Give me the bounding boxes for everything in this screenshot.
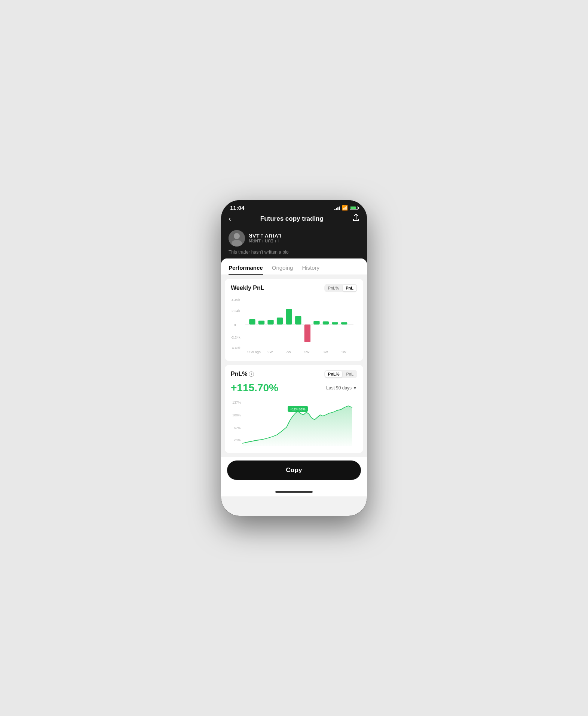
home-bar	[275, 491, 313, 493]
svg-text:11W ago: 11W ago	[247, 350, 261, 354]
pnl-percent-btn[interactable]: PnL%	[325, 371, 343, 377]
svg-text:-4.49k: -4.49k	[231, 346, 241, 350]
trader-profile: ꓤꓦꓔ꓄ꓥꓵꓲꓥꓶ ꓟꓤꓠꓔ꓄ꓴꓵꓱ꓄ꓲ	[221, 227, 367, 249]
svg-rect-14	[295, 316, 301, 325]
status-bar: 11:04 📶	[221, 200, 367, 212]
svg-rect-17	[323, 321, 329, 324]
pnl-percent-toggle-group[interactable]: PnL% PnL	[324, 370, 357, 378]
svg-text:4.49k: 4.49k	[232, 298, 240, 302]
tab-performance[interactable]: Performance	[229, 264, 263, 275]
bar-chart: 4.49k 2.24k 0 -2.24k -4.49k	[231, 296, 357, 356]
line-chart-svg: 137% 100% 62% 25%	[231, 399, 357, 448]
weekly-pnl-title: Weekly PnL	[231, 285, 264, 291]
header: ‹ Futures copy trading	[221, 212, 367, 227]
pnl-percent-title: PnL%	[231, 371, 247, 377]
trader-subname: ꓟꓤꓠꓔ꓄ꓴꓵꓱ꓄ꓲ	[249, 239, 281, 244]
svg-rect-10	[258, 321, 264, 324]
pnl-percent-toggle[interactable]: PnL%	[325, 285, 342, 291]
phone-screen: 11:04 📶 ‹ Futures copy trading	[221, 200, 367, 516]
weekly-pnl-header: Weekly PnL PnL% PnL	[231, 284, 357, 292]
pnl-title-group: PnL% i	[231, 371, 254, 377]
svg-rect-12	[277, 318, 283, 325]
svg-text:7W: 7W	[286, 350, 291, 354]
trader-info: ꓤꓦꓔ꓄ꓥꓵꓲꓥꓶ ꓟꓤꓠꓔ꓄ꓴꓵꓱ꓄ꓲ	[249, 233, 281, 244]
weekly-pnl-card: Weekly PnL PnL% PnL 4.49k 2.24k 0 -2.24k…	[225, 279, 363, 361]
svg-text:100%: 100%	[232, 413, 241, 417]
svg-text:62%: 62%	[234, 426, 241, 430]
content-area: Performance Ongoing History Weekly PnL P…	[221, 258, 367, 516]
pnl-value-row: +115.70% Last 90 days ▼	[231, 380, 357, 396]
avatar	[229, 230, 245, 247]
svg-text:9W: 9W	[267, 350, 273, 354]
svg-rect-19	[341, 322, 347, 324]
pnl-value: +115.70%	[231, 382, 278, 394]
svg-text:1W: 1W	[341, 350, 346, 354]
svg-text:25%: 25%	[234, 438, 241, 442]
wifi-icon: 📶	[342, 205, 348, 211]
line-chart: 137% 100% 62% 25%	[231, 399, 357, 448]
tab-bar: Performance Ongoing History	[221, 258, 367, 275]
chevron-down-icon: ▼	[353, 385, 357, 391]
svg-rect-9	[249, 319, 255, 324]
svg-point-1	[234, 233, 240, 239]
time-display: 11:04	[230, 205, 244, 211]
pnl-toggle-group[interactable]: PnL% PnL	[324, 284, 357, 292]
pnl-percent-card: PnL% i PnL% PnL +115.70% Last 90 days ▼	[225, 365, 363, 453]
svg-text:+124.50%: +124.50%	[290, 407, 306, 411]
svg-rect-13	[286, 309, 292, 324]
battery-fill	[350, 206, 356, 209]
svg-rect-15	[304, 324, 310, 342]
pnl-toggle[interactable]: PnL	[343, 285, 356, 291]
svg-text:5W: 5W	[304, 350, 310, 354]
trader-name: ꓤꓦꓔ꓄ꓥꓵꓲꓥꓶ	[249, 233, 281, 239]
period-selector[interactable]: Last 90 days ▼	[326, 385, 357, 391]
svg-text:0: 0	[234, 323, 236, 327]
phone-shell: 11:04 📶 ‹ Futures copy trading	[221, 200, 367, 516]
home-indicator	[221, 489, 367, 496]
status-icons: 📶	[334, 205, 358, 211]
battery-icon	[350, 206, 358, 210]
svg-text:-2.24k: -2.24k	[231, 336, 241, 339]
svg-rect-16	[313, 321, 319, 324]
bar-chart-svg: 4.49k 2.24k 0 -2.24k -4.49k	[231, 296, 357, 356]
svg-text:3W: 3W	[323, 350, 328, 354]
pnl-percent-header: PnL% i PnL% PnL	[231, 370, 357, 378]
svg-rect-11	[267, 320, 273, 324]
copy-button-area: Copy	[221, 457, 367, 489]
signal-bars-icon	[334, 206, 340, 210]
info-icon: i	[249, 371, 254, 377]
back-button[interactable]: ‹	[229, 214, 231, 223]
period-label: Last 90 days	[326, 385, 352, 391]
tab-history[interactable]: History	[302, 264, 319, 275]
svg-text:137%: 137%	[232, 401, 241, 404]
svg-rect-18	[332, 322, 338, 324]
share-button[interactable]	[353, 214, 359, 223]
tab-ongoing[interactable]: Ongoing	[272, 264, 293, 275]
pnl-btn[interactable]: PnL	[343, 371, 356, 377]
copy-button[interactable]: Copy	[227, 460, 361, 480]
svg-text:2.24k: 2.24k	[232, 309, 240, 313]
trader-bio: This trader hasn't written a bio	[221, 249, 367, 258]
page-title: Futures copy trading	[260, 215, 324, 223]
